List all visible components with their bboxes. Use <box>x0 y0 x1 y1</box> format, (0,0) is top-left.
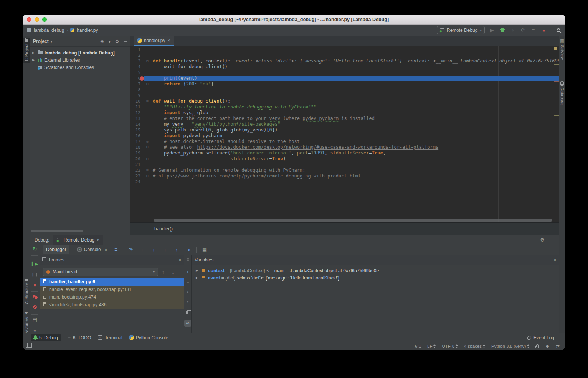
editor-line[interactable]: 17⊟ # host.docker.internal should resolv… <box>130 139 559 145</box>
fold-marker-icon[interactable]: ⊓ <box>144 81 150 87</box>
expand-arrow-icon[interactable]: ▶ <box>32 58 36 62</box>
editor-content[interactable]: 123⊟def handler(event, context): event: … <box>130 46 559 222</box>
toolwindow-debug-button[interactable]: 5: Debug <box>31 334 61 341</box>
line-number[interactable]: 15 <box>130 127 140 133</box>
breadcrumb-project[interactable]: lambda_debug <box>34 28 64 33</box>
stack-frame[interactable]: handler, handler.py:6 <box>40 278 184 286</box>
zoom-window-button[interactable] <box>42 17 47 22</box>
line-number[interactable]: 17 <box>130 139 140 145</box>
editor-line[interactable]: 13 # enter the correct path here to your… <box>130 116 559 122</box>
line-number[interactable]: 2 <box>130 53 140 58</box>
project-horizontal-scrollbar[interactable] <box>31 230 83 232</box>
event-log-button[interactable]: Event Log <box>527 335 565 340</box>
editor-line[interactable]: 18⊓ # see also: https://docs.docker.com/… <box>130 145 559 150</box>
collapse-all-button[interactable]: ▾ <box>109 39 111 43</box>
line-number[interactable]: 13 <box>130 116 140 122</box>
editor-line[interactable]: 7⊓ return {200: "ok"} <box>130 81 559 87</box>
hide-panel-button[interactable]: ─ <box>124 39 127 44</box>
editor-line[interactable]: 15 sys.path.insert(0, glob.glob(my_venv)… <box>130 127 559 133</box>
view-breakpoints-button[interactable] <box>30 294 40 300</box>
project-tree-item[interactable]: Scratches and Consoles <box>30 64 130 71</box>
fold-marker-icon[interactable]: ⊓ <box>144 173 150 179</box>
breakpoint-icon[interactable] <box>140 76 144 81</box>
variables-menu-icon[interactable]: ≡ <box>184 257 192 262</box>
thread-dropdown[interactable]: MainThread ▾ <box>43 268 158 276</box>
project-panel-title[interactable]: Project ▾ <box>33 39 52 44</box>
remove-watch-button[interactable]: − <box>184 279 192 285</box>
locate-file-button[interactable]: ⊕ <box>100 39 104 44</box>
profiler-button[interactable]: ◔ <box>509 27 516 33</box>
run-to-cursor-button[interactable]: ⇥ <box>185 247 192 253</box>
project-tree-item[interactable]: ▶lambda_debug [Lambda Debug] <box>30 49 130 56</box>
line-number[interactable]: 4 <box>130 64 140 70</box>
editor-line[interactable]: 12 import sys, glob <box>130 110 559 116</box>
stripe-database-button[interactable]: Database <box>559 81 565 105</box>
editor-line[interactable]: 10⊟def wait_for_debug_client(): <box>130 99 559 104</box>
caret-position[interactable]: 6:1 <box>415 344 421 348</box>
move-watch-up-button[interactable]: ▲ <box>184 290 192 294</box>
pause-button[interactable]: ❙❙ <box>30 272 40 276</box>
editor-line[interactable]: 14 my_venv = "venv/lib/python*/site-pack… <box>130 122 559 127</box>
step-into-button[interactable]: ↓ <box>139 247 145 253</box>
line-number[interactable]: 19 <box>130 150 140 156</box>
encoding-selector[interactable]: UTF-8 <box>442 344 458 348</box>
breadcrumb-file[interactable]: handler.py <box>77 28 98 33</box>
toolwindow-python-console-button[interactable]: Python Console <box>129 335 168 340</box>
close-window-button[interactable] <box>27 17 31 22</box>
pin-icon[interactable]: ⇥ <box>552 257 556 262</box>
line-number[interactable]: 7 <box>130 81 140 87</box>
editor-line[interactable]: 9 <box>130 93 559 99</box>
line-number[interactable]: 10 <box>130 99 140 104</box>
editor-line[interactable]: 4 wait_for_debug_client() <box>130 64 559 70</box>
step-over-button[interactable]: ↷ <box>127 247 134 253</box>
move-watch-down-button[interactable]: ▼ <box>184 300 192 304</box>
hide-debug-button[interactable]: ─ <box>551 237 554 243</box>
expand-arrow-icon[interactable]: ▶ <box>196 276 199 279</box>
line-number[interactable]: 20 <box>130 156 140 162</box>
run-with-button[interactable]: ≡ <box>530 27 537 33</box>
stack-frame[interactable]: <module>, bootstrap.py:486 <box>40 301 184 309</box>
force-step-into-button[interactable]: ↓ <box>162 247 168 253</box>
search-everywhere-button[interactable] <box>555 28 562 32</box>
line-number[interactable]: 18 <box>130 145 140 150</box>
debug-session-tab[interactable]: Remote Debug × <box>53 235 103 245</box>
expand-arrow-icon[interactable]: ▶ <box>32 51 36 54</box>
restore-layout-button[interactable]: ▤ <box>30 317 40 322</box>
line-number[interactable]: 6 <box>130 76 140 81</box>
editor-line[interactable]: 24 <box>130 179 559 185</box>
tab-debugger[interactable]: Debugger <box>43 245 69 254</box>
variable-row[interactable]: ▶context = {LambdaContext} <__main__.Lam… <box>192 267 559 274</box>
show-watches-toggle[interactable]: ∞ <box>184 320 191 327</box>
interpreter-selector[interactable]: Python 3.8 (venv) <box>491 344 529 348</box>
editor-line[interactable]: 11 """Utility function to enable debuggi… <box>130 104 559 110</box>
editor-line[interactable]: 6 print(event) <box>130 76 559 81</box>
close-session-icon[interactable]: × <box>97 237 99 243</box>
line-number[interactable]: 22 <box>130 168 140 173</box>
stack-frame[interactable]: main, bootstrap.py:474 <box>40 293 184 301</box>
line-number[interactable]: 24 <box>130 179 140 185</box>
debug-settings-button[interactable]: ⚙ <box>540 237 545 243</box>
editor-line[interactable]: 20⊓ stderrToServer=True) <box>130 156 559 162</box>
copy-value-button[interactable] <box>184 310 192 316</box>
highlighting-level-button[interactable]: ☻ <box>545 344 550 348</box>
indent-selector[interactable]: 4 spaces <box>464 344 485 348</box>
fold-marker-icon[interactable]: ⊟ <box>144 139 150 145</box>
editor-line[interactable]: 16 import pydevd_pycharm <box>130 133 559 139</box>
stripe-structure-button[interactable]: 7: Structure <box>23 278 30 304</box>
stripe-project-button[interactable]: 1: Project <box>23 38 30 63</box>
fold-marker-icon[interactable]: ⊟ <box>144 99 150 104</box>
editor-horizontal-scrollbar[interactable] <box>154 219 552 222</box>
line-number[interactable]: 12 <box>130 110 140 116</box>
stop-button[interactable]: ■ <box>540 28 547 33</box>
line-number[interactable]: 1 <box>130 47 140 53</box>
mute-breakpoints-button[interactable] <box>30 304 40 310</box>
line-number[interactable]: 14 <box>130 122 140 127</box>
line-number[interactable]: 21 <box>130 162 140 168</box>
editor-line[interactable]: 19 pydevd_pycharm.settrace('host.docker.… <box>130 150 559 156</box>
fold-marker-icon[interactable]: ⊓ <box>144 145 150 150</box>
run-configuration-selector[interactable]: Remote Debug ▾ <box>437 26 485 34</box>
editor-line[interactable]: 23⊓# https://www.jetbrains.com/help/pych… <box>130 173 559 179</box>
editor-line[interactable]: 3⊟def handler(event, context): event: <c… <box>130 58 559 64</box>
step-into-my-code-button[interactable]: ↓ <box>150 247 157 253</box>
fold-marker-icon[interactable]: ⊟ <box>144 58 150 64</box>
